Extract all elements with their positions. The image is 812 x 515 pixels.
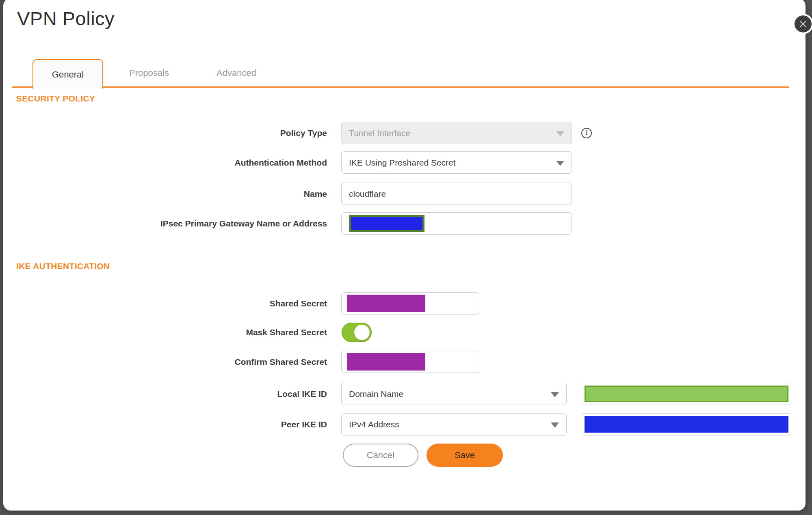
confirm-shared-secret-row: Confirm Shared Secret	[0, 351, 812, 373]
name-row: Name	[0, 183, 812, 205]
vpn-policy-modal: VPN Policy General Proposals Advanced SE…	[0, 0, 812, 515]
ike-authentication-heading: IKE AUTHENTICATION	[16, 261, 110, 271]
auth-method-row: Authentication Method IKE Using Preshare…	[0, 151, 812, 174]
close-button[interactable]	[793, 14, 812, 34]
peer-ike-id-type: IPv4 Address	[342, 420, 399, 429]
info-icon[interactable]	[581, 128, 592, 138]
peer-ike-id-label: Peer IKE ID	[24, 413, 327, 435]
confirm-shared-secret-input[interactable]	[341, 351, 479, 373]
page-title: VPN Policy	[17, 7, 115, 30]
tab-underline	[12, 86, 789, 88]
chevron-down-icon	[556, 131, 564, 136]
security-policy-heading: SECURITY POLICY	[16, 94, 95, 103]
mask-shared-secret-label: Mask Shared Secret	[24, 323, 327, 342]
shared-secret-redaction	[347, 295, 425, 312]
tab-advanced-label: Advanced	[217, 68, 256, 78]
close-icon	[799, 20, 807, 28]
auth-method-label: Authentication Method	[24, 151, 327, 174]
shared-secret-row: Shared Secret	[0, 292, 812, 315]
local-ike-id-label: Local IKE ID	[24, 383, 327, 405]
tab-advanced[interactable]: Advanced	[202, 59, 271, 86]
peer-ike-id-redaction	[585, 416, 788, 433]
name-field-wrap	[341, 183, 572, 205]
save-button-label: Save	[455, 450, 475, 461]
chevron-down-icon	[556, 161, 564, 166]
peer-ike-id-select[interactable]: IPv4 Address	[341, 413, 567, 435]
toggle-knob	[354, 325, 370, 340]
gateway-redaction	[349, 215, 424, 232]
cancel-button-label: Cancel	[367, 450, 394, 461]
policy-type-select: Tunnel Interface	[341, 122, 572, 144]
shared-secret-label: Shared Secret	[24, 292, 327, 315]
policy-type-label: Policy Type	[24, 122, 327, 144]
name-input[interactable]	[342, 183, 572, 205]
peer-ike-id-row: Peer IKE ID IPv4 Address	[0, 413, 812, 435]
gateway-label: IPsec Primary Gateway Name or Address	[24, 212, 327, 235]
mask-shared-secret-row: Mask Shared Secret	[0, 323, 812, 345]
policy-type-row: Policy Type Tunnel Interface	[0, 122, 812, 144]
policy-type-value: Tunnel Interface	[342, 128, 410, 138]
chevron-down-icon	[551, 392, 559, 397]
tab-proposals[interactable]: Proposals	[115, 59, 184, 86]
local-ike-id-select[interactable]: Domain Name	[341, 383, 567, 405]
local-ike-id-row: Local IKE ID Domain Name	[0, 383, 812, 405]
local-ike-id-value-input[interactable]	[582, 383, 791, 405]
auth-method-select[interactable]: IKE Using Preshared Secret	[341, 151, 572, 174]
mask-shared-secret-toggle[interactable]	[342, 323, 372, 342]
shared-secret-input[interactable]	[341, 292, 479, 315]
tab-general-label: General	[52, 69, 84, 80]
local-ike-id-redaction	[585, 386, 788, 402]
tab-general[interactable]: General	[32, 59, 103, 89]
confirm-shared-secret-label: Confirm Shared Secret	[24, 351, 327, 373]
save-button[interactable]: Save	[427, 444, 503, 467]
auth-method-value: IKE Using Preshared Secret	[342, 158, 456, 168]
gateway-row: IPsec Primary Gateway Name or Address	[0, 212, 812, 235]
gateway-input[interactable]	[341, 212, 572, 235]
local-ike-id-type: Domain Name	[342, 389, 403, 399]
cancel-button[interactable]: Cancel	[343, 444, 418, 467]
name-label: Name	[24, 183, 327, 205]
peer-ike-id-value-input[interactable]	[582, 413, 791, 435]
tab-proposals-label: Proposals	[129, 68, 169, 78]
confirm-shared-secret-redaction	[347, 353, 425, 371]
chevron-down-icon	[551, 422, 559, 428]
